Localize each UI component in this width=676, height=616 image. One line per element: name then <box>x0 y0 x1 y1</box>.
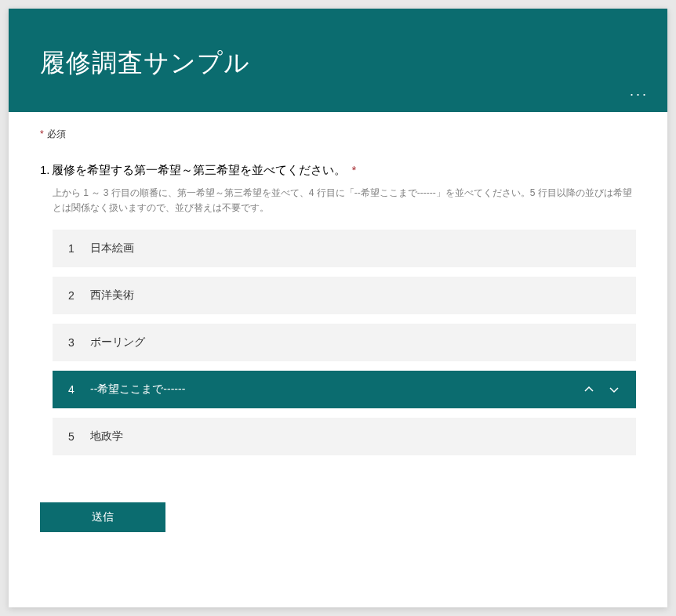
question-block: 1. 履修を希望する第一希望～第三希望を並べてください。 * 上から 1 ～ 3… <box>40 163 636 455</box>
rank-item[interactable]: 3 ボーリング <box>53 324 636 361</box>
rank-number: 4 <box>68 383 87 396</box>
question-title-row: 1. 履修を希望する第一希望～第三希望を並べてください。 * <box>40 163 636 178</box>
required-asterisk: * <box>40 129 44 140</box>
arrow-down-icon[interactable] <box>608 383 620 396</box>
question-required-mark: * <box>352 163 357 176</box>
more-icon[interactable]: ··· <box>630 86 649 103</box>
required-label: 必須 <box>47 129 66 140</box>
arrow-up-icon[interactable] <box>583 383 595 396</box>
rank-label: 地政学 <box>87 429 620 444</box>
form-header: 履修調査サンプル ··· <box>9 9 667 112</box>
rank-number: 5 <box>68 430 87 443</box>
submit-row: 送信 <box>40 502 636 532</box>
rank-item[interactable]: 1 日本絵画 <box>53 230 636 267</box>
rank-item[interactable]: 2 西洋美術 <box>53 277 636 314</box>
rank-label: 日本絵画 <box>87 241 620 255</box>
rank-label: ボーリング <box>87 335 620 350</box>
rank-label: --希望ここまで------ <box>87 382 583 397</box>
question-title: 履修を希望する第一希望～第三希望を並べてください。 <box>52 163 346 178</box>
question-number: 1. <box>40 163 50 176</box>
rank-label: 西洋美術 <box>87 288 620 303</box>
rank-item-selected[interactable]: 4 --希望ここまで------ <box>53 371 636 408</box>
rank-number: 1 <box>68 242 87 255</box>
form-title: 履修調査サンプル <box>40 46 636 81</box>
rank-list: 1 日本絵画 2 西洋美術 3 ボーリング 4 --希望ここまで------ <box>53 230 636 455</box>
required-note: *必須 <box>40 128 636 141</box>
rank-arrows <box>583 383 620 396</box>
rank-number: 3 <box>68 336 87 349</box>
rank-item[interactable]: 5 地政学 <box>53 418 636 455</box>
form-body: *必須 1. 履修を希望する第一希望～第三希望を並べてください。 * 上から 1… <box>9 112 667 556</box>
question-description: 上から 1 ～ 3 行目の順番に、第一希望～第三希望を並べて、4 行目に「--希… <box>53 186 636 216</box>
form-card: 履修調査サンプル ··· *必須 1. 履修を希望する第一希望～第三希望を並べて… <box>9 9 667 607</box>
submit-button[interactable]: 送信 <box>40 502 165 532</box>
rank-number: 2 <box>68 289 87 302</box>
